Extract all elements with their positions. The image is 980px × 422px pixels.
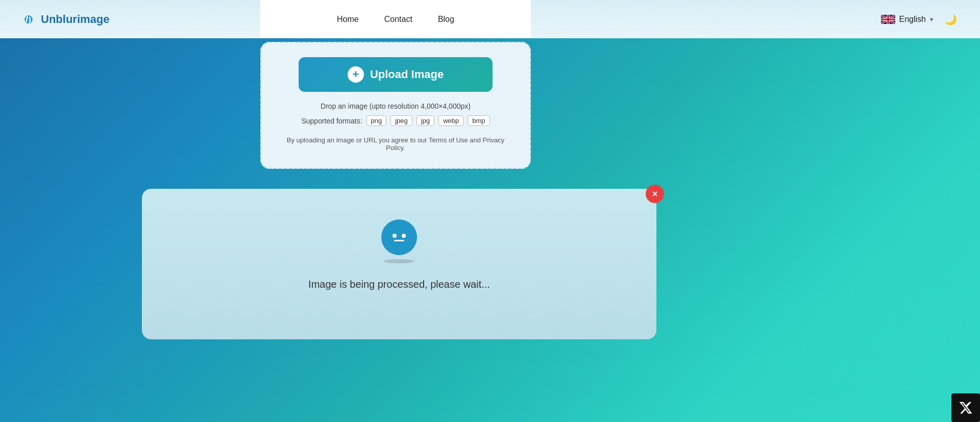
nav-center-panel: Home Contact Blog: [260, 0, 531, 38]
blob-eye-right: [402, 234, 406, 238]
x-icon: [959, 401, 973, 415]
close-icon: ×: [652, 189, 658, 200]
terms-text: By uploading an image or URL you agree t…: [278, 136, 513, 152]
navbar: Unblurimage Home Contact Blog English ▾ …: [0, 0, 980, 38]
logo-icon: [20, 11, 37, 28]
blob-eye-left: [393, 234, 397, 238]
nav-home[interactable]: Home: [337, 15, 359, 24]
formats-row: Supported formats: png jpeg jpg webp bmp: [278, 115, 513, 126]
language-chevron-icon: ▾: [930, 16, 933, 23]
blob-eyes: [393, 234, 406, 238]
language-selector[interactable]: English ▾: [881, 15, 933, 24]
upload-plus-icon: +: [348, 66, 364, 83]
processing-text: Image is being processed, please wait...: [308, 279, 490, 290]
moon-icon: 🌙: [944, 13, 957, 26]
close-button[interactable]: ×: [646, 185, 664, 203]
nav-contact[interactable]: Contact: [384, 15, 412, 24]
nav-right: English ▾ 🌙: [881, 10, 960, 29]
format-png: png: [366, 115, 387, 126]
language-label: English: [899, 15, 926, 24]
format-jpeg: jpeg: [390, 115, 412, 126]
format-bmp: bmp: [468, 115, 489, 126]
logo-text: Unblurimage: [41, 13, 109, 26]
format-webp: webp: [438, 115, 463, 126]
blob-shadow: [384, 259, 414, 263]
blob-inner: [393, 234, 406, 241]
upload-button-label: Upload Image: [370, 68, 444, 81]
x-social-button[interactable]: [951, 393, 980, 422]
nav-blog[interactable]: Blog: [438, 15, 454, 24]
processing-card: Image is being processed, please wait...: [142, 189, 656, 339]
dark-mode-button[interactable]: 🌙: [941, 10, 960, 29]
drop-text: Drop an image (upto resolution 4,000×4,0…: [278, 102, 513, 110]
uk-flag-icon: [881, 15, 895, 24]
formats-label: Supported formats:: [301, 117, 362, 125]
format-jpg: jpg: [416, 115, 434, 126]
upload-button[interactable]: + Upload Image: [299, 57, 493, 92]
blob-mouth: [394, 240, 404, 241]
upload-card: + Upload Image Drop an image (upto resol…: [260, 42, 531, 169]
logo[interactable]: Unblurimage: [20, 11, 109, 28]
blob-character: [381, 219, 417, 255]
